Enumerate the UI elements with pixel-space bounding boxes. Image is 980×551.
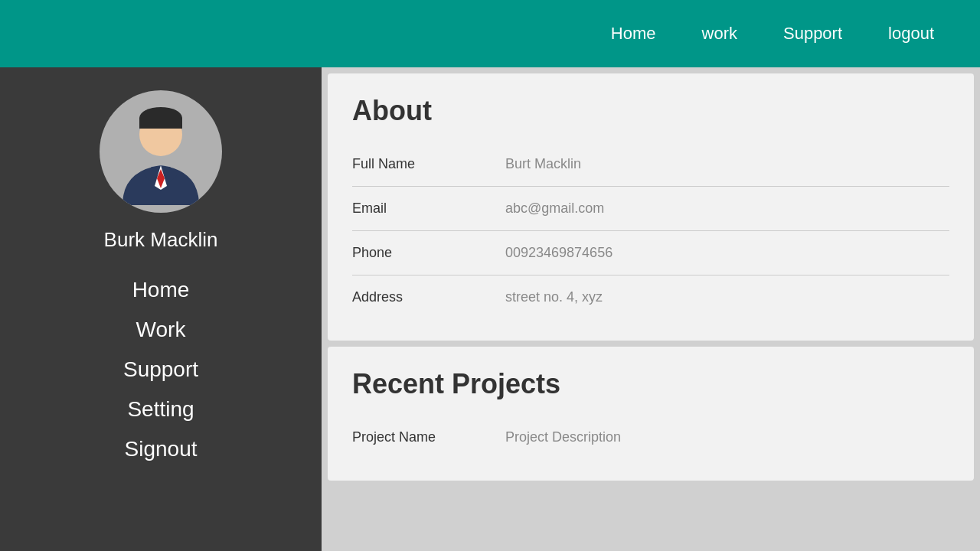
address-value: street no. 4, xyz: [505, 289, 603, 305]
project-name-header: Project Name: [352, 429, 505, 445]
nav-logout-link[interactable]: logout: [888, 24, 934, 44]
address-row: Address street no. 4, xyz: [352, 276, 949, 319]
sidebar-work-link[interactable]: Work: [0, 310, 322, 350]
phone-label: Phone: [352, 245, 505, 261]
sidebar-nav: Home Work Support Setting Signout: [0, 270, 322, 469]
full-name-value: Burt Macklin: [505, 156, 581, 172]
avatar: [100, 90, 222, 213]
recent-projects-card: Recent Projects Project Name Project Des…: [328, 347, 974, 481]
nav-home-link[interactable]: Home: [611, 24, 656, 44]
top-navigation: Home work Support logout: [0, 0, 980, 67]
phone-row: Phone 00923469874656: [352, 231, 949, 276]
avatar-image: [107, 98, 214, 205]
sidebar-home-link[interactable]: Home: [0, 270, 322, 310]
sidebar-setting-link[interactable]: Setting: [0, 390, 322, 429]
email-label: Email: [352, 201, 505, 217]
sidebar-signout-link[interactable]: Signout: [0, 429, 322, 469]
sidebar: Burk Macklin Home Work Support Setting S…: [0, 67, 322, 551]
full-name-row: Full Name Burt Macklin: [352, 142, 949, 187]
address-label: Address: [352, 289, 505, 305]
recent-projects-title: Recent Projects: [352, 368, 949, 400]
projects-header-row: Project Name Project Description: [352, 416, 949, 459]
content-area: About Full Name Burt Macklin Email abc@g…: [322, 67, 980, 551]
about-title: About: [352, 95, 949, 127]
nav-support-link[interactable]: Support: [783, 24, 842, 44]
project-description-header: Project Description: [505, 429, 621, 445]
nav-work-link[interactable]: work: [702, 24, 737, 44]
email-value: abc@gmail.com: [505, 201, 604, 217]
sidebar-username: Burk Macklin: [104, 228, 218, 252]
phone-value: 00923469874656: [505, 245, 612, 261]
about-card: About Full Name Burt Macklin Email abc@g…: [328, 73, 974, 341]
full-name-label: Full Name: [352, 156, 505, 172]
main-container: Burk Macklin Home Work Support Setting S…: [0, 67, 980, 551]
sidebar-support-link[interactable]: Support: [0, 350, 322, 390]
svg-rect-2: [139, 118, 182, 129]
email-row: Email abc@gmail.com: [352, 187, 949, 231]
